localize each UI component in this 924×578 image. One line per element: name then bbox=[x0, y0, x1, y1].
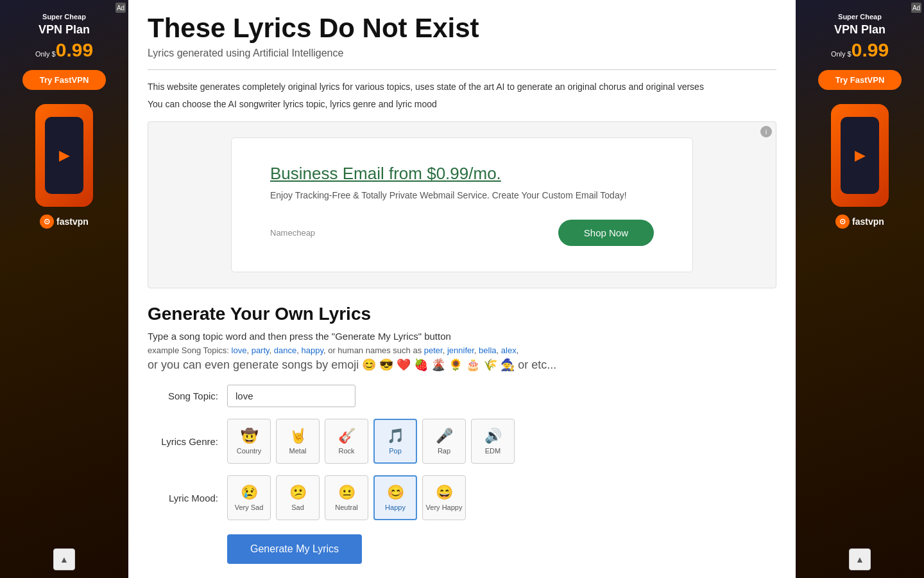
generate-section-title: Generate Your Own Lyrics bbox=[148, 304, 776, 324]
mood-neutral[interactable]: 😐 Neutral bbox=[325, 475, 368, 520]
mood-very-sad-label: Very Sad bbox=[235, 504, 264, 511]
genre-country-icon: 🤠 bbox=[241, 428, 258, 444]
generate-button[interactable]: Generate My Lyrics bbox=[227, 534, 362, 564]
genre-edm[interactable]: 🔊 EDM bbox=[471, 419, 515, 464]
ad-right-only: Only $0.99 bbox=[831, 39, 889, 61]
ad-badge-right: Ad bbox=[911, 3, 921, 13]
example-link-peter[interactable]: peter bbox=[424, 346, 443, 355]
genre-metal-icon: 🤘 bbox=[289, 428, 307, 444]
ad-left-title: VPN Plan bbox=[38, 23, 90, 37]
ad-banner-desc: Enjoy Tracking-Free & Totally Private We… bbox=[270, 190, 654, 200]
ad-banner-brand: Namecheap bbox=[270, 228, 315, 238]
main-content: These Lyrics Do Not Exist Lyrics generat… bbox=[128, 0, 796, 578]
mood-options: 😢 Very Sad 😕 Sad 😐 Neutral 😊 Happy 😄 bbox=[227, 475, 466, 520]
ad-banner-title[interactable]: Business Email from $0.99/mo. bbox=[270, 164, 654, 184]
divider bbox=[148, 69, 776, 70]
page-subtitle: Lyrics generated using Artificial Intell… bbox=[148, 48, 776, 59]
example-link-love[interactable]: love bbox=[232, 346, 247, 355]
ad-right-logo-icon: ⊙ bbox=[835, 215, 850, 229]
mood-happy-label: Happy bbox=[385, 504, 406, 511]
ad-badge-left: Ad bbox=[116, 3, 126, 13]
song-topic-input[interactable] bbox=[227, 385, 355, 407]
example-topics-text: example Song Topics: love, party, dance,… bbox=[148, 346, 776, 355]
genre-options: 🤠 Country 🤘 Metal 🎸 Rock 🎵 Pop 🎤 bbox=[227, 419, 515, 464]
genre-country-label: Country bbox=[237, 447, 262, 455]
generate-btn-row: Generate My Lyrics bbox=[148, 532, 776, 564]
scroll-up-right[interactable]: ▲ bbox=[849, 548, 871, 570]
example-link-happy[interactable]: happy bbox=[301, 346, 323, 355]
lyric-mood-label: Lyric Mood: bbox=[148, 493, 218, 504]
ad-banner-footer: Namecheap Shop Now bbox=[270, 220, 654, 246]
ad-banner-inner: Business Email from $0.99/mo. Enjoy Trac… bbox=[231, 137, 693, 272]
genre-metal-label: Metal bbox=[289, 447, 307, 455]
mood-happy-icon: 😊 bbox=[387, 484, 404, 501]
scroll-up-left[interactable]: ▲ bbox=[53, 548, 75, 570]
ad-left-phone-screen: ▶ bbox=[45, 117, 83, 194]
ad-right-logo: ⊙ fastvpn bbox=[835, 215, 884, 229]
genre-country[interactable]: 🤠 Country bbox=[227, 419, 271, 464]
mood-sad-label: Sad bbox=[291, 504, 304, 511]
example-link-jennifer[interactable]: jennifer bbox=[447, 346, 474, 355]
lyric-mood-row: Lyric Mood: 😢 Very Sad 😕 Sad 😐 Neutral 😊… bbox=[148, 475, 776, 520]
mood-sad[interactable]: 😕 Sad bbox=[276, 475, 320, 520]
ad-left-logo: ⊙ fastvpn bbox=[40, 215, 89, 229]
page-title: These Lyrics Do Not Exist bbox=[148, 13, 776, 44]
genre-rap-icon: 🎤 bbox=[436, 428, 453, 444]
genre-rap[interactable]: 🎤 Rap bbox=[422, 419, 466, 464]
mood-very-happy-icon: 😄 bbox=[436, 484, 453, 501]
ad-left-super: Super Cheap bbox=[42, 13, 86, 21]
song-topic-row: Song Topic: bbox=[148, 385, 776, 407]
ad-left-btn[interactable]: Try FastVPN bbox=[22, 70, 106, 90]
ad-right: Ad Super Cheap VPN Plan Only $0.99 Try F… bbox=[796, 0, 924, 578]
mood-happy[interactable]: 😊 Happy bbox=[373, 475, 417, 520]
song-topic-label: Song Topic: bbox=[148, 390, 218, 401]
genre-rock[interactable]: 🎸 Rock bbox=[325, 419, 368, 464]
ad-right-super: Super Cheap bbox=[838, 13, 882, 21]
ad-right-title: VPN Plan bbox=[834, 23, 886, 37]
genre-edm-icon: 🔊 bbox=[484, 428, 502, 444]
ad-right-phone-screen: ▶ bbox=[841, 117, 879, 194]
genre-pop-label: Pop bbox=[389, 447, 402, 455]
mood-very-sad-icon: 😢 bbox=[241, 484, 258, 501]
ad-info-icon: i bbox=[760, 126, 772, 137]
example-link-alex[interactable]: alex bbox=[501, 346, 517, 355]
ad-right-phone: ▶ bbox=[831, 104, 889, 207]
ad-banner: i Business Email from $0.99/mo. Enjoy Tr… bbox=[148, 121, 776, 288]
mood-very-happy[interactable]: 😄 Very Happy bbox=[422, 475, 466, 520]
ad-left-phone: ▶ bbox=[35, 104, 93, 207]
genre-edm-label: EDM bbox=[485, 447, 501, 455]
mood-neutral-label: Neutral bbox=[335, 504, 357, 511]
ad-right-btn[interactable]: Try FastVPN bbox=[818, 70, 902, 90]
intro-line-2: You can choose the AI songwriter lyrics … bbox=[148, 98, 776, 111]
example-link-dance[interactable]: dance bbox=[274, 346, 296, 355]
example-link-bella[interactable]: bella bbox=[479, 346, 496, 355]
mood-sad-icon: 😕 bbox=[289, 484, 307, 501]
mood-very-happy-label: Very Happy bbox=[426, 504, 463, 511]
lyrics-genre-row: Lyrics Genre: 🤠 Country 🤘 Metal 🎸 Rock 🎵… bbox=[148, 419, 776, 464]
ad-banner-shop-button[interactable]: Shop Now bbox=[558, 220, 654, 246]
example-link-party[interactable]: party bbox=[252, 346, 270, 355]
genre-rap-label: Rap bbox=[438, 447, 450, 455]
ad-left-logo-icon: ⊙ bbox=[40, 215, 54, 229]
mood-neutral-icon: 😐 bbox=[338, 484, 355, 501]
genre-pop[interactable]: 🎵 Pop bbox=[373, 419, 417, 464]
generate-section-desc: Type a song topic word and then press th… bbox=[148, 331, 776, 342]
mood-very-sad[interactable]: 😢 Very Sad bbox=[227, 475, 271, 520]
lyrics-genre-label: Lyrics Genre: bbox=[148, 436, 218, 447]
genre-rock-label: Rock bbox=[338, 447, 354, 455]
genre-pop-icon: 🎵 bbox=[387, 428, 404, 444]
ad-left-only: Only $0.99 bbox=[35, 39, 93, 61]
genre-rock-icon: 🎸 bbox=[338, 428, 355, 444]
genre-metal[interactable]: 🤘 Metal bbox=[276, 419, 320, 464]
ad-left: Ad Super Cheap VPN Plan Only $0.99 Try F… bbox=[0, 0, 128, 578]
intro-line-1: This website generates completely origin… bbox=[148, 80, 776, 94]
example-emoji-text: or you can even generate songs by emoji … bbox=[148, 358, 776, 372]
